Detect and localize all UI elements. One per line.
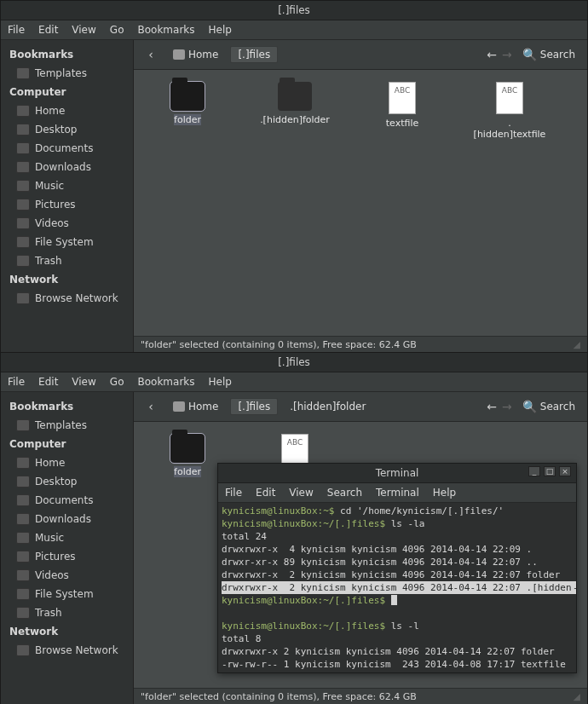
menu-bookmarks[interactable]: Bookmarks [137,376,194,388]
file-label: folder [174,466,201,477]
sidebar-item-music[interactable]: Music [4,176,130,195]
breadcrumb-files[interactable]: [.]files [230,46,278,63]
file-item-hidden-textfile[interactable]: ABC .[hidden]textfile [473,82,546,140]
folder-icon [16,419,30,431]
file-label: .[hidden]folder [260,114,330,125]
file-item-textfile[interactable]: ABC textfile [366,82,439,129]
menu-view[interactable]: View [72,376,95,388]
sidebar-item-trash[interactable]: Trash [4,603,130,622]
terminal-output[interactable]: kynicism@linuxBox:~$ cd '/home/kynicism/… [218,503,576,672]
nav-next-icon[interactable]: → [502,48,512,61]
minimize-button[interactable]: _ [528,466,540,476]
sidebar-item-label: Home [35,105,65,117]
file-item-folder[interactable]: folder [151,82,224,125]
titlebar[interactable]: [.]files [1,353,587,372]
folder-icon [170,82,205,111]
sidebar-item-desktop[interactable]: Desktop [4,120,130,139]
videos-icon [16,569,30,581]
menu-view[interactable]: View [72,24,95,36]
file-item-hidden-folder[interactable]: .[hidden]folder [258,82,331,125]
breadcrumb-files[interactable]: [.]files [230,398,278,415]
breadcrumb-label: [.]files [238,49,270,61]
breadcrumb-home[interactable]: Home [166,47,225,62]
search-button[interactable]: 🔍Search [517,398,580,415]
nav-prev-icon[interactable]: ← [487,400,497,413]
menu-go[interactable]: Go [110,376,124,388]
sidebar-item-videos[interactable]: Videos [4,566,130,585]
menu-file[interactable]: File [8,24,25,36]
window-title: [.]files [278,4,310,16]
icon-view[interactable]: folder .[hidden]folder ABC textfile ABC … [134,70,587,336]
sidebar-item-downloads[interactable]: Downloads [4,158,130,176]
sidebar-item-filesystem[interactable]: File System [4,585,130,603]
sidebar-heading-bookmarks: Bookmarks [4,397,130,416]
file-label: folder [174,114,201,125]
sidebar-item-home[interactable]: Home [4,453,130,472]
menu-help[interactable]: Help [209,376,232,388]
search-button[interactable]: 🔍Search [517,46,580,63]
file-item-folder[interactable]: folder [151,434,224,477]
sidebar-item-filesystem[interactable]: File System [4,233,130,251]
sidebar-item-label: Documents [35,494,93,506]
close-button[interactable]: × [559,466,571,476]
breadcrumb-hidden-folder[interactable]: .[hidden]folder [283,399,372,414]
filesystem-icon [16,236,30,248]
sidebar-item-documents[interactable]: Documents [4,491,130,510]
sidebar-item-trash[interactable]: Trash [4,251,130,270]
folder-icon [16,67,30,79]
menu-file[interactable]: File [8,376,25,388]
nav-next-icon[interactable]: → [502,400,512,413]
sidebar-item-music[interactable]: Music [4,528,130,547]
menu-go[interactable]: Go [110,24,124,36]
terminal-menubar: File Edit View Search Terminal Help [218,483,576,503]
menu-terminal[interactable]: Terminal [376,487,419,499]
back-button[interactable]: ‹ [141,397,161,416]
menu-edit[interactable]: Edit [38,376,58,388]
nav-prev-icon[interactable]: ← [487,48,497,61]
sidebar-heading-bookmarks: Bookmarks [4,45,130,64]
sidebar-item-label: File System [35,588,94,600]
sidebar-item-label: File System [35,236,94,248]
sidebar-item-downloads[interactable]: Downloads [4,510,130,528]
menu-help[interactable]: Help [433,487,456,499]
menu-file[interactable]: File [225,487,242,499]
sidebar-item-pictures[interactable]: Pictures [4,547,130,566]
menu-edit[interactable]: Edit [38,24,58,36]
menu-view[interactable]: View [289,487,313,499]
sidebar: Bookmarks Templates Computer Home Deskto… [1,392,134,704]
sidebar-item-home[interactable]: Home [4,101,130,120]
menubar: File Edit View Go Bookmarks Help [1,372,587,392]
sidebar-item-browse-network[interactable]: Browse Network [4,641,130,660]
filesystem-icon [16,588,30,600]
pathbar: ‹ Home [.]files .[hidden]folder ← → 🔍Sea… [134,392,587,422]
titlebar[interactable]: Terminal _ □ × [218,464,576,483]
maximize-button[interactable]: □ [544,466,556,476]
sidebar-item-label: Templates [35,419,87,431]
window-title: [.]files [278,356,310,368]
menu-bookmarks[interactable]: Bookmarks [137,24,194,36]
sidebar-item-browse-network[interactable]: Browse Network [4,289,130,308]
resize-grip-icon[interactable]: ◢ [574,691,580,702]
back-button[interactable]: ‹ [141,45,161,64]
sidebar: Bookmarks Templates Computer Home Deskto… [1,40,134,353]
resize-grip-icon[interactable]: ◢ [574,339,580,350]
sidebar-item-templates[interactable]: Templates [4,64,130,83]
status-text: "folder" selected (containing 0 items), … [141,691,417,702]
sidebar-item-desktop[interactable]: Desktop [4,472,130,491]
sidebar-heading-computer: Computer [4,83,130,101]
sidebar-item-label: Desktop [35,124,78,136]
sidebar-item-templates[interactable]: Templates [4,416,130,435]
home-icon [16,457,30,469]
breadcrumb-label: .[hidden]folder [290,401,366,413]
sidebar-item-documents[interactable]: Documents [4,139,130,158]
menu-help[interactable]: Help [209,24,232,36]
sidebar-item-videos[interactable]: Videos [4,214,130,233]
menu-search[interactable]: Search [327,487,362,499]
breadcrumb-home[interactable]: Home [166,399,225,414]
titlebar[interactable]: [.]files [1,1,587,20]
menu-edit[interactable]: Edit [256,487,275,499]
network-icon [16,644,30,656]
music-icon [16,180,30,192]
sidebar-item-label: Desktop [35,476,78,488]
sidebar-item-pictures[interactable]: Pictures [4,195,130,214]
